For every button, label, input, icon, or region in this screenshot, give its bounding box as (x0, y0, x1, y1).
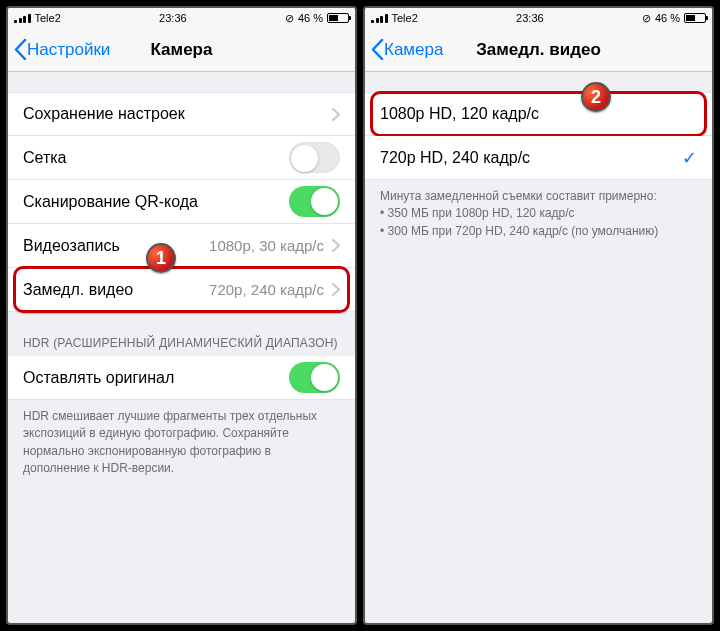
footer-bullet: 350 МБ при 1080p HD, 120 кадр/с (380, 205, 697, 222)
battery-icon (684, 13, 706, 23)
row-save-settings[interactable]: Сохранение настроек (8, 92, 355, 136)
callout-badge-2: 2 (581, 82, 611, 112)
option-label: 1080p HD, 120 кадр/с (380, 105, 697, 123)
group-header-hdr: HDR (РАСШИРЕННЫЙ ДИНАМИЧЕСКИЙ ДИАПАЗОН) (8, 330, 355, 356)
row-label: Сканирование QR-кода (23, 193, 289, 211)
signal-icon (371, 14, 388, 23)
settings-list: Сохранение настроек Сетка Сканирование Q… (8, 72, 355, 623)
options-list: 1080p HD, 120 кадр/с 720p HD, 240 кадр/с… (365, 72, 712, 623)
phone-slomo-options: Tele2 23:36 ⊘ 46 % Камера Замедл. видео … (363, 6, 714, 625)
chevron-right-icon (332, 239, 340, 252)
status-time: 23:36 (159, 12, 187, 24)
row-slomo-video[interactable]: Замедл. видео 720p, 240 кадр/с (8, 268, 355, 312)
row-video-record[interactable]: Видеозапись 1080p, 30 кадр/с (8, 224, 355, 268)
signal-icon (14, 14, 31, 23)
carrier: Tele2 (392, 12, 418, 24)
back-label: Настройки (27, 40, 110, 60)
group-footer-hdr: HDR смешивает лучшие фрагменты трех отде… (8, 400, 355, 486)
row-value: 720p, 240 кадр/с (209, 281, 324, 298)
row-qr-scan[interactable]: Сканирование QR-кода (8, 180, 355, 224)
row-label: Сетка (23, 149, 289, 167)
callout-badge-1: 1 (146, 243, 176, 273)
chevron-left-icon (371, 39, 384, 60)
row-label: Оставлять оригинал (23, 369, 289, 387)
option-label: 720p HD, 240 кадр/с (380, 149, 682, 167)
options-footer: Минута замедленной съемки составит приме… (365, 180, 712, 248)
back-label: Камера (384, 40, 443, 60)
battery-percent: 46 % (298, 12, 323, 24)
row-keep-original[interactable]: Оставлять оригинал (8, 356, 355, 400)
nav-bar: Камера Замедл. видео (365, 28, 712, 72)
row-label: Видеозапись (23, 237, 209, 255)
battery-percent: 46 % (655, 12, 680, 24)
keep-original-switch[interactable] (289, 362, 340, 393)
option-1080p-120[interactable]: 1080p HD, 120 кадр/с (365, 92, 712, 136)
chevron-right-icon (332, 108, 340, 121)
row-value: 1080p, 30 кадр/с (209, 237, 324, 254)
checkmark-icon: ✓ (682, 147, 697, 169)
carrier: Tele2 (35, 12, 61, 24)
chevron-left-icon (14, 39, 27, 60)
status-time: 23:36 (516, 12, 544, 24)
row-label: Замедл. видео (23, 281, 209, 299)
chevron-right-icon (332, 283, 340, 296)
phone-camera-settings: Tele2 23:36 ⊘ 46 % Настройки Камера Сохр… (6, 6, 357, 625)
option-720p-240[interactable]: 720p HD, 240 кадр/с ✓ (365, 136, 712, 180)
nav-bar: Настройки Камера (8, 28, 355, 72)
status-bar: Tele2 23:36 ⊘ 46 % (365, 8, 712, 28)
rotation-lock-icon: ⊘ (642, 12, 651, 25)
battery-icon (327, 13, 349, 23)
footer-intro: Минута замедленной съемки составит приме… (380, 188, 697, 205)
qr-switch[interactable] (289, 186, 340, 217)
status-bar: Tele2 23:36 ⊘ 46 % (8, 8, 355, 28)
grid-switch[interactable] (289, 142, 340, 173)
back-button[interactable]: Камера (365, 39, 443, 60)
footer-bullet: 300 МБ при 720p HD, 240 кадр/с (по умолч… (380, 223, 697, 240)
back-button[interactable]: Настройки (8, 39, 110, 60)
row-label: Сохранение настроек (23, 105, 332, 123)
row-grid[interactable]: Сетка (8, 136, 355, 180)
rotation-lock-icon: ⊘ (285, 12, 294, 25)
